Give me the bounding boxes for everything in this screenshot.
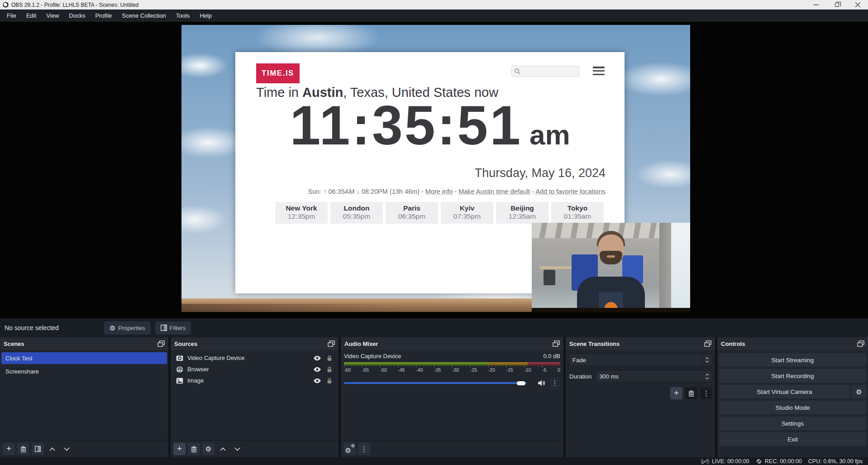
lock-icon[interactable] (325, 355, 334, 361)
volume-meter (344, 362, 560, 365)
webcam-letterbox (532, 308, 690, 312)
mixer-menu-button[interactable]: ⋮ (358, 443, 370, 455)
webcam-source (532, 223, 690, 312)
tick-label: -5 (542, 367, 546, 373)
timeis-logo: TIME.IS (256, 63, 300, 83)
duration-spinner[interactable]: 300 ms (595, 370, 712, 383)
popout-icon[interactable] (157, 340, 165, 347)
move-source-up-button[interactable] (217, 443, 229, 455)
popout-icon[interactable] (857, 340, 864, 347)
scene-transitions-dock: Scene Transitions Fade Duration 300 ms (566, 337, 715, 457)
menu-tools[interactable]: Tools (171, 10, 195, 22)
start-recording-button[interactable]: Start Recording (719, 369, 866, 383)
visibility-eye-icon[interactable] (313, 355, 321, 361)
settings-button[interactable]: Settings (719, 417, 866, 430)
city-box: London 05:35pm (330, 202, 383, 224)
start-streaming-button[interactable]: Start Streaming (719, 353, 866, 367)
popout-icon[interactable] (704, 340, 711, 347)
chevron-up-icon (220, 447, 226, 451)
start-virtual-camera-button[interactable]: Start Virtual Camera (719, 385, 850, 398)
webcam-window (671, 223, 690, 312)
volume-slider[interactable] (344, 379, 534, 387)
minimize-button[interactable] (806, 0, 826, 10)
remove-transition-button[interactable] (685, 387, 697, 399)
cpu-status: CPU: 0.6%, 30.00 fps (808, 458, 863, 465)
move-source-down-button[interactable] (231, 443, 243, 455)
studio-mode-button[interactable]: Studio Mode (719, 401, 866, 414)
scenes-toolbar: + (0, 440, 168, 457)
sources-list: Video Capture Device Browser (171, 350, 339, 440)
source-properties-button[interactable]: ⚙ (202, 443, 215, 455)
virtual-camera-settings-button[interactable]: ⚙ (852, 385, 866, 398)
source-item-browser[interactable]: Browser (172, 364, 337, 375)
scene-transitions-title: Scene Transitions (569, 340, 620, 347)
properties-button[interactable]: ⚙ Properties (104, 321, 151, 335)
timeis-clock: 11:35:51am (235, 94, 625, 157)
plus-icon: + (674, 388, 679, 397)
scenes-list: Clock Test Screenshare (0, 350, 168, 440)
scene-transitions-body: Fade Duration 300 ms + (566, 350, 715, 457)
scene-item-screenshare[interactable]: Screenshare (1, 365, 167, 377)
transition-selected-value: Fade (569, 357, 702, 364)
move-scene-down-button[interactable] (61, 443, 73, 455)
sources-title: Sources (174, 340, 197, 347)
mixer-channel-menu-button[interactable]: ⋮ (549, 377, 560, 389)
lock-icon[interactable] (325, 366, 334, 373)
source-item-video-capture[interactable]: Video Capture Device (172, 352, 337, 364)
popout-icon[interactable] (553, 340, 560, 347)
record-inactive-icon (756, 458, 762, 465)
separator: - (453, 188, 458, 195)
menu-scene-collection[interactable]: Scene Collection (117, 10, 171, 22)
popout-icon[interactable] (328, 340, 335, 347)
source-item-image[interactable]: Image (172, 375, 337, 386)
source-status-bar: No source selected ⚙ Properties Filters (0, 318, 868, 337)
advanced-audio-button[interactable]: ⚙⚙ (343, 443, 356, 455)
rec-time: REC: 00:00:00 (765, 458, 802, 465)
obs-logo-icon (3, 2, 9, 8)
speaker-icon[interactable] (538, 379, 546, 387)
menu-docks[interactable]: Docks (64, 10, 90, 22)
add-scene-button[interactable]: + (3, 443, 15, 455)
scene-canvas[interactable]: TIME.IS Time in Austin, Texas, United St… (181, 25, 690, 312)
menu-bar: File Edit View Docks Profile Scene Colle… (0, 10, 868, 22)
webcam-table (540, 266, 572, 269)
visibility-eye-icon[interactable] (313, 366, 321, 373)
restore-button[interactable] (826, 0, 847, 10)
city-time: 12:35am (496, 212, 548, 221)
image-icon (176, 377, 183, 384)
audio-mixer-toolbar: ⚙⚙ ⋮ (341, 440, 563, 457)
scene-transitions-header: Scene Transitions (566, 337, 715, 350)
transition-select[interactable]: Fade (568, 354, 712, 366)
scenes-dock: Scenes Clock Test Screenshare + (0, 337, 168, 457)
chevron-down-icon[interactable] (705, 377, 709, 379)
duration-value: 300 ms (596, 373, 703, 380)
menu-view[interactable]: View (41, 10, 64, 22)
chevron-up-icon[interactable] (705, 374, 709, 376)
scene-filters-button[interactable] (32, 443, 44, 455)
scenes-dock-header: Scenes (0, 337, 168, 350)
scene-item-clock-test[interactable]: Clock Test (1, 352, 167, 364)
menu-edit[interactable]: Edit (21, 10, 41, 22)
add-transition-button[interactable]: + (670, 387, 682, 399)
close-button[interactable] (847, 0, 868, 10)
menu-help[interactable]: Help (195, 10, 217, 22)
menu-profile[interactable]: Profile (90, 10, 117, 22)
move-scene-up-button[interactable] (46, 443, 58, 455)
remove-source-button[interactable] (188, 443, 200, 455)
city-box: Beijing 12:35am (496, 202, 548, 224)
transition-properties-button[interactable]: ⋮ (700, 387, 712, 399)
timeis-search-box (511, 66, 579, 77)
add-source-button[interactable]: + (173, 443, 186, 455)
lock-icon[interactable] (325, 378, 334, 384)
scene-label: Screenshare (5, 368, 39, 375)
source-label: Image (187, 377, 309, 384)
city-time: 01:35am (551, 212, 604, 221)
chevron-down-icon (64, 447, 70, 451)
filters-button[interactable]: Filters (155, 321, 191, 335)
remove-scene-button[interactable] (17, 443, 29, 455)
volume-slider-handle[interactable] (517, 381, 525, 385)
menu-file[interactable]: File (2, 10, 21, 22)
visibility-eye-icon[interactable] (313, 378, 321, 384)
exit-button[interactable]: Exit (719, 432, 866, 446)
city-name: New York (275, 204, 328, 212)
